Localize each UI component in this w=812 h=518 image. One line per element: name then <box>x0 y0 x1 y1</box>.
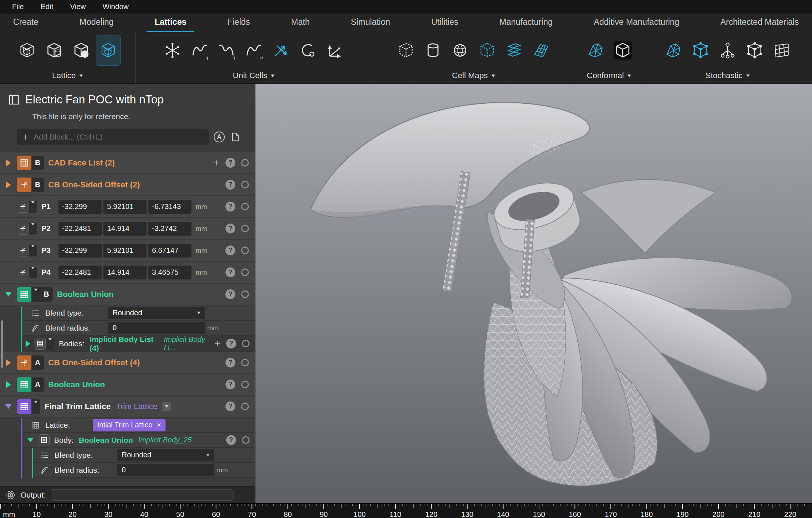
help-icon[interactable]: ? <box>225 158 235 168</box>
help-icon[interactable]: ? <box>225 401 235 411</box>
y-value-field[interactable]: 14.914 <box>103 222 147 236</box>
point-chip[interactable] <box>17 245 37 256</box>
preview-toggle-icon[interactable] <box>241 403 249 410</box>
add-block-bar[interactable]: + <box>17 129 209 145</box>
x-value-field[interactable]: -32.299 <box>58 200 102 214</box>
bodies-chip[interactable] <box>34 338 54 350</box>
stochastic-cell-icon[interactable] <box>743 35 767 65</box>
block-chip[interactable]: B <box>17 178 44 192</box>
conformal-volume-icon[interactable] <box>611 35 635 65</box>
body-chip[interactable] <box>38 434 50 446</box>
tab-simulation[interactable]: Simulation <box>343 14 398 32</box>
unit-cell-axes-icon[interactable] <box>269 35 293 65</box>
stochastic-graph-icon[interactable] <box>716 35 740 65</box>
unit-cell-type2-icon[interactable]: 2 <box>242 35 266 65</box>
z-value-field[interactable]: -6.73143 <box>148 200 191 214</box>
tab-architected-materials[interactable]: Architected Materials <box>712 14 807 32</box>
blend-type-select[interactable]: Rounded <box>108 307 205 319</box>
preview-toggle-icon[interactable] <box>241 181 249 188</box>
tab-modeling[interactable]: Modeling <box>72 14 122 32</box>
body-lattice-icon[interactable] <box>15 35 39 65</box>
unit-cell-frame-icon[interactable] <box>323 35 347 65</box>
unit-cell-type1b-icon[interactable]: 1 <box>215 35 239 65</box>
z-value-field[interactable]: -3.2742 <box>148 222 191 236</box>
tab-additive-manufacturing[interactable]: Additive Manufacturing <box>586 14 687 32</box>
z-value-field[interactable]: 6.67147 <box>148 244 191 258</box>
block-chip[interactable]: B <box>17 156 44 170</box>
expand-arrow-icon[interactable] <box>26 340 30 347</box>
menu-view[interactable]: View <box>62 3 94 11</box>
expand-arrow-icon[interactable] <box>6 160 11 166</box>
menu-window[interactable]: Window <box>94 3 137 11</box>
unit-cell-type1-icon[interactable]: 1 <box>187 35 212 65</box>
stochastic-surface-icon[interactable] <box>661 35 686 65</box>
point-row-p1[interactable]: P1 -32.299 5.92101 -6.73143 mm ? <box>0 196 255 217</box>
boolean-union-link[interactable]: Boolean Union <box>79 436 133 445</box>
preview-toggle-icon[interactable] <box>242 436 250 444</box>
block-row-cb-offset-2[interactable]: B CB One-Sided Offset (2) ? <box>0 174 255 195</box>
tab-utilities[interactable]: Utilities <box>423 14 466 32</box>
group-label-conformal[interactable]: Conformal <box>587 68 631 83</box>
point-chip[interactable] <box>17 267 37 278</box>
preview-toggle-icon[interactable] <box>242 340 250 347</box>
preview-toggle-icon[interactable] <box>241 268 249 276</box>
lattice-sphere-icon[interactable] <box>69 35 93 65</box>
x-value-field[interactable]: -22.2481 <box>58 222 102 236</box>
preview-toggle-icon[interactable] <box>241 247 249 254</box>
block-chip[interactable] <box>17 399 40 414</box>
help-icon[interactable]: ? <box>225 245 235 255</box>
type-dropdown[interactable] <box>162 402 171 411</box>
cell-map-voxel-icon[interactable] <box>475 35 499 65</box>
help-icon[interactable]: ? <box>225 202 235 212</box>
panel-scrollbar[interactable] <box>1 320 3 368</box>
block-chip[interactable]: B <box>17 287 53 302</box>
output-input[interactable] <box>51 489 234 501</box>
expand-arrow-icon[interactable] <box>6 182 11 188</box>
custom-unit-cell-icon[interactable] <box>160 35 185 65</box>
implicit-body-list-link[interactable]: Implicit Body List (4) <box>90 335 159 353</box>
preview-toggle-icon[interactable] <box>241 381 249 388</box>
block-row-final-trim-lattice[interactable]: Final Trim Lattice Trim Lattice ? <box>0 396 255 417</box>
property-row-body[interactable]: Body: Boolean Union Implicit Body_25 ? <box>22 433 255 448</box>
viewport-3d[interactable] <box>255 84 812 503</box>
help-icon[interactable]: ? <box>225 267 235 277</box>
tab-create[interactable]: Create <box>5 14 46 32</box>
y-value-field[interactable]: 5.92101 <box>103 200 147 214</box>
block-chip[interactable]: A <box>17 377 44 392</box>
group-label-cell-maps[interactable]: Cell Maps <box>452 68 495 83</box>
block-chip[interactable]: A <box>17 355 44 370</box>
z-value-field[interactable]: 3.46575 <box>148 266 191 279</box>
x-value-field[interactable]: -32.299 <box>58 244 102 258</box>
point-chip[interactable] <box>17 223 37 235</box>
help-icon[interactable]: ? <box>225 380 235 389</box>
remove-icon[interactable]: × <box>157 421 161 429</box>
preview-toggle-icon[interactable] <box>241 225 249 232</box>
block-row-boolean-union-b[interactable]: B Boolean Union ? <box>0 284 255 305</box>
help-icon[interactable]: ? <box>226 435 236 445</box>
page-icon[interactable] <box>230 132 240 142</box>
point-row-p2[interactable]: P2 -22.2481 14.914 -3.2742 mm ? <box>0 218 255 239</box>
lattice-reference-chip[interactable]: Intial Trim Lattice × <box>93 419 166 431</box>
preview-toggle-icon[interactable] <box>241 359 249 366</box>
blend-radius-input[interactable]: 0 <box>117 464 214 476</box>
help-icon[interactable]: ? <box>226 339 236 348</box>
group-label-lattice[interactable]: Lattice <box>52 68 83 83</box>
help-icon[interactable]: ? <box>225 180 235 190</box>
stochastic-volume-icon[interactable] <box>688 35 713 65</box>
tab-lattices[interactable]: Lattices <box>147 14 194 32</box>
preview-toggle-icon[interactable] <box>241 203 249 210</box>
help-icon[interactable]: ? <box>225 224 235 233</box>
add-icon[interactable]: + <box>214 159 220 167</box>
add-block-input[interactable] <box>34 133 203 141</box>
voxel-lattice-icon[interactable] <box>96 35 120 65</box>
group-label-unit-cells[interactable]: Unit Cells <box>233 68 274 83</box>
collapse-arrow-icon[interactable] <box>5 404 12 409</box>
preview-toggle-icon[interactable] <box>241 290 249 298</box>
lattice-cylinder-icon[interactable] <box>42 35 66 65</box>
tab-fields[interactable]: Fields <box>220 14 258 32</box>
preview-toggle-icon[interactable] <box>241 159 249 167</box>
expand-arrow-icon[interactable] <box>6 381 11 388</box>
block-row-cb-offset-4[interactable]: A CB One-Sided Offset (4) ? <box>0 352 255 373</box>
block-row-boolean-union-a[interactable]: A Boolean Union ? <box>0 374 255 395</box>
unit-cell-swirl-icon[interactable] <box>296 35 320 65</box>
